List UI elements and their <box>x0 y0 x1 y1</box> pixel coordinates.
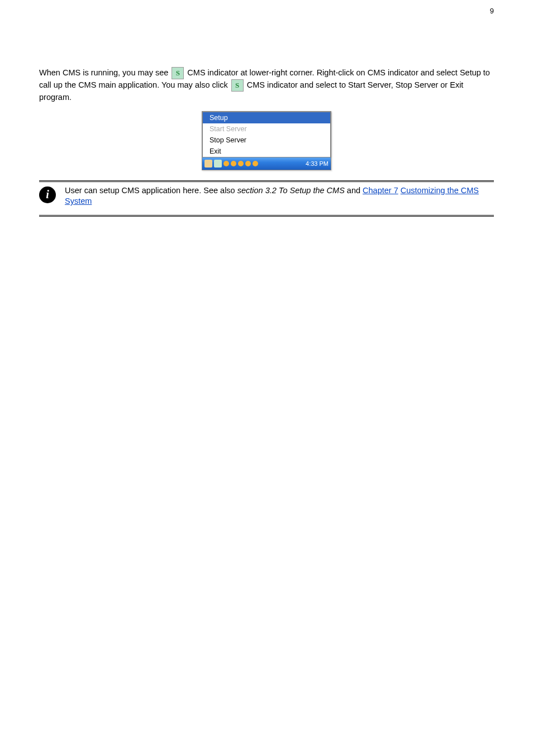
cms-tray-icon-2: S <box>231 79 244 92</box>
tray-dot-icon-3[interactable] <box>238 161 244 166</box>
paragraph-1: When CMS is running, you may see S CMS i… <box>39 67 494 103</box>
info-prefix: User can setup CMS application here. See… <box>65 186 237 195</box>
info-box: i User can setup CMS application here. S… <box>39 180 494 217</box>
menu-item-stop-server[interactable]: Stop Server <box>203 135 330 146</box>
s-glyph: S <box>173 69 182 78</box>
context-menu: Setup Start Server Stop Server Exit <box>202 112 331 157</box>
tray-clock: 4:33 PM <box>306 160 329 167</box>
cms-tray-icon: S <box>172 67 184 79</box>
tray-menu-screenshot: Setup Start Server Stop Server Exit 4:33… <box>39 111 494 170</box>
menu-item-setup[interactable]: Setup <box>203 112 330 123</box>
info-text: User can setup CMS application here. See… <box>65 185 494 207</box>
info-suffix: and <box>345 186 363 195</box>
tray-dot-icon-4[interactable] <box>245 161 251 166</box>
tray-cms-icon[interactable] <box>214 160 222 168</box>
para1-part-a: When CMS is running, you may see <box>39 68 170 77</box>
info-italic: section 3.2 To Setup the CMS <box>237 186 345 195</box>
s-glyph-2: S <box>233 81 242 90</box>
taskbar: 4:33 PM <box>202 157 331 170</box>
tray-app-icon[interactable] <box>204 160 212 168</box>
menu-item-start-server: Start Server <box>203 123 330 135</box>
tray-dot-icon-5[interactable] <box>253 161 258 166</box>
page-number: 9 <box>490 7 494 15</box>
info-link-chapter[interactable]: Chapter 7 <box>363 186 398 195</box>
menu-item-exit[interactable]: Exit <box>203 146 330 157</box>
tray-dot-icon-1[interactable] <box>223 161 229 166</box>
tray-dot-icon-2[interactable] <box>231 161 236 166</box>
info-icon: i <box>39 186 56 203</box>
